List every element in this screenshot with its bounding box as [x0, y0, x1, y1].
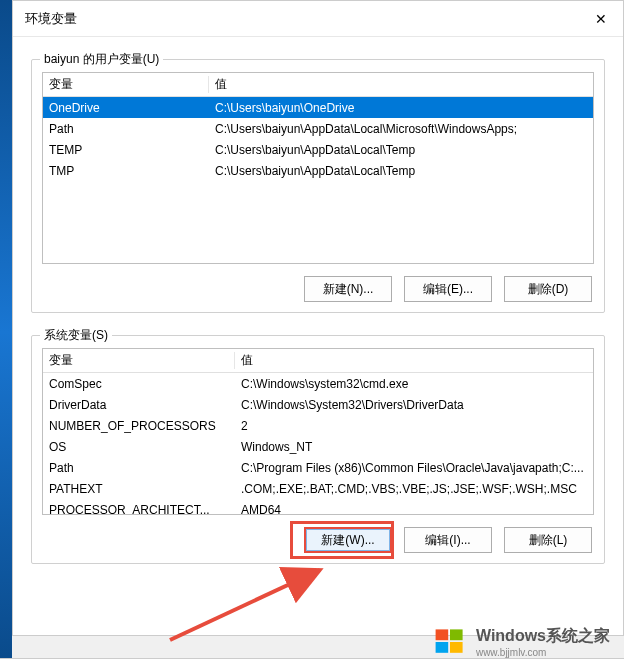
- dialog-title: 环境变量: [25, 10, 77, 28]
- column-header-value[interactable]: 值: [235, 352, 593, 369]
- cell-value: .COM;.EXE;.BAT;.CMD;.VBS;.VBE;.JS;.JSE;.…: [235, 482, 593, 496]
- table-row[interactable]: PATHEXT.COM;.EXE;.BAT;.CMD;.VBS;.VBE;.JS…: [43, 478, 593, 499]
- table-row[interactable]: PROCESSOR_ARCHITECT...AMD64: [43, 499, 593, 515]
- cell-variable: OS: [43, 440, 235, 454]
- list-body: OneDriveC:\Users\baiyun\OneDrivePathC:\U…: [43, 97, 593, 181]
- table-row[interactable]: DriverDataC:\Windows\System32\Drivers\Dr…: [43, 394, 593, 415]
- cell-variable: Path: [43, 461, 235, 475]
- user-edit-button[interactable]: 编辑(E)...: [404, 276, 492, 302]
- table-row[interactable]: NUMBER_OF_PROCESSORS2: [43, 415, 593, 436]
- column-header-variable[interactable]: 变量: [43, 352, 235, 369]
- cell-value: C:\Program Files (x86)\Common Files\Orac…: [235, 461, 593, 475]
- cell-variable: PATHEXT: [43, 482, 235, 496]
- system-delete-button[interactable]: 删除(L): [504, 527, 592, 553]
- cell-variable: OneDrive: [43, 101, 209, 115]
- cell-value: AMD64: [235, 503, 593, 516]
- watermark-url: www.bjjmlv.com: [476, 647, 610, 658]
- title-bar: 环境变量 ✕: [13, 1, 623, 37]
- list-header: 变量 值: [43, 73, 593, 97]
- cell-variable: DriverData: [43, 398, 235, 412]
- table-row[interactable]: PathC:\Program Files (x86)\Common Files\…: [43, 457, 593, 478]
- svg-rect-3: [436, 642, 449, 653]
- user-variables-list[interactable]: 变量 值 OneDriveC:\Users\baiyun\OneDrivePat…: [42, 72, 594, 264]
- cell-value: C:\Windows\system32\cmd.exe: [235, 377, 593, 391]
- bottom-border: [0, 658, 624, 664]
- cell-value: C:\Users\baiyun\AppData\Local\Temp: [209, 164, 593, 178]
- column-header-variable[interactable]: 变量: [43, 76, 209, 93]
- list-body: ComSpecC:\Windows\system32\cmd.exeDriver…: [43, 373, 593, 515]
- dialog-content: baiyun 的用户变量(U) 变量 值 OneDriveC:\Users\ba…: [13, 37, 623, 576]
- system-variables-list[interactable]: 变量 值 ComSpecC:\Windows\system32\cmd.exeD…: [42, 348, 594, 515]
- table-row[interactable]: TEMPC:\Users\baiyun\AppData\Local\Temp: [43, 139, 593, 160]
- watermark-brand: Windows系统之家: [476, 626, 610, 647]
- table-row[interactable]: OneDriveC:\Users\baiyun\OneDrive: [43, 97, 593, 118]
- column-header-value[interactable]: 值: [209, 76, 593, 93]
- cell-value: C:\Windows\System32\Drivers\DriverData: [235, 398, 593, 412]
- windows-logo-icon: [432, 624, 468, 660]
- user-variables-group: baiyun 的用户变量(U) 变量 值 OneDriveC:\Users\ba…: [31, 59, 605, 313]
- cell-value: C:\Users\baiyun\AppData\Local\Temp: [209, 143, 593, 157]
- table-row[interactable]: PathC:\Users\baiyun\AppData\Local\Micros…: [43, 118, 593, 139]
- watermark: Windows系统之家 www.bjjmlv.com: [432, 624, 610, 660]
- system-variables-group: 系统变量(S) 变量 值 ComSpecC:\Windows\system32\…: [31, 335, 605, 564]
- user-buttons-row: 新建(N)... 编辑(E)... 删除(D): [42, 276, 594, 302]
- user-delete-button[interactable]: 删除(D): [504, 276, 592, 302]
- env-vars-dialog: 环境变量 ✕ baiyun 的用户变量(U) 变量 值 OneDriveC:\U…: [12, 0, 624, 636]
- cell-variable: PROCESSOR_ARCHITECT...: [43, 503, 235, 516]
- cell-value: C:\Users\baiyun\AppData\Local\Microsoft\…: [209, 122, 593, 136]
- user-new-button[interactable]: 新建(N)...: [304, 276, 392, 302]
- table-row[interactable]: TMPC:\Users\baiyun\AppData\Local\Temp: [43, 160, 593, 181]
- cell-variable: ComSpec: [43, 377, 235, 391]
- svg-rect-1: [436, 629, 449, 640]
- system-new-button[interactable]: 新建(W)...: [304, 527, 392, 553]
- cell-value: 2: [235, 419, 593, 433]
- cell-variable: NUMBER_OF_PROCESSORS: [43, 419, 235, 433]
- cell-value: C:\Users\baiyun\OneDrive: [209, 101, 593, 115]
- svg-rect-2: [450, 629, 463, 640]
- cell-variable: TEMP: [43, 143, 209, 157]
- cell-value: Windows_NT: [235, 440, 593, 454]
- background-stripe: [0, 0, 12, 664]
- watermark-text: Windows系统之家 www.bjjmlv.com: [476, 626, 610, 658]
- cell-variable: Path: [43, 122, 209, 136]
- system-variables-legend: 系统变量(S): [40, 327, 112, 344]
- list-header: 变量 值: [43, 349, 593, 373]
- svg-rect-4: [450, 642, 463, 653]
- user-variables-legend: baiyun 的用户变量(U): [40, 51, 163, 68]
- system-edit-button[interactable]: 编辑(I)...: [404, 527, 492, 553]
- system-buttons-row: 新建(W)... 编辑(I)... 删除(L): [42, 527, 594, 553]
- close-icon[interactable]: ✕: [591, 9, 611, 29]
- table-row[interactable]: ComSpecC:\Windows\system32\cmd.exe: [43, 373, 593, 394]
- cell-variable: TMP: [43, 164, 209, 178]
- table-row[interactable]: OSWindows_NT: [43, 436, 593, 457]
